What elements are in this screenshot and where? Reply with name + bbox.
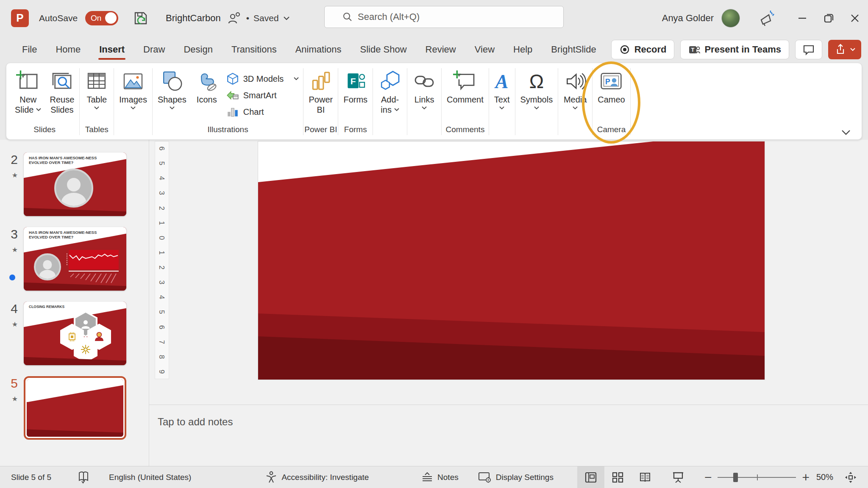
links-icon bbox=[412, 68, 436, 94]
slide-canvas[interactable] bbox=[258, 141, 765, 380]
zoom-slider-thumb[interactable] bbox=[733, 473, 738, 482]
display-settings-button[interactable]: Display Settings bbox=[478, 471, 554, 483]
document-title[interactable]: BrightCarbon bbox=[166, 13, 221, 24]
record-button[interactable]: Record bbox=[611, 40, 675, 59]
zoom-level[interactable]: 50% bbox=[816, 472, 838, 482]
share-icon bbox=[834, 43, 847, 56]
powerpoint-logo-icon[interactable]: P bbox=[11, 9, 29, 27]
group-divider bbox=[489, 68, 489, 135]
restore-button[interactable] bbox=[815, 0, 842, 36]
user-name[interactable]: Anya Golder bbox=[662, 13, 714, 24]
links-button[interactable]: Links bbox=[408, 67, 440, 111]
slide-thumbnail-2[interactable]: HAS IRON MAN'S AWESOME-NESS EVOLVED OVER… bbox=[24, 152, 126, 216]
table-button[interactable]: Table bbox=[81, 67, 113, 111]
power-bi-button[interactable]: Power BI bbox=[305, 67, 337, 116]
accessibility-status[interactable]: Accessibility: Investigate bbox=[265, 471, 369, 484]
smartart-button[interactable]: SmartArt bbox=[226, 89, 299, 102]
autosave-toggle[interactable]: On bbox=[85, 11, 118, 25]
notes-toggle-button[interactable]: Notes bbox=[421, 472, 459, 483]
tab-brightslide[interactable]: BrightSlide bbox=[542, 36, 605, 63]
comments-pane-button[interactable] bbox=[795, 40, 822, 59]
slideshow-button[interactable] bbox=[665, 466, 692, 488]
collapse-ribbon-chevron-icon[interactable] bbox=[841, 130, 851, 135]
normal-view-button[interactable] bbox=[577, 466, 604, 488]
reading-view-button[interactable] bbox=[632, 466, 659, 488]
text-button[interactable]: A Text bbox=[490, 67, 514, 111]
media-button[interactable]: Media bbox=[559, 67, 591, 111]
comment-button[interactable]: Comment bbox=[442, 67, 488, 106]
zoom-out-button[interactable]: − bbox=[704, 471, 712, 484]
tab-help[interactable]: Help bbox=[504, 36, 542, 63]
symbols-button[interactable]: Ω Symbols bbox=[516, 67, 557, 111]
minimize-button[interactable] bbox=[789, 0, 815, 36]
zoom-slider[interactable] bbox=[718, 477, 796, 478]
images-button[interactable]: Images bbox=[115, 67, 151, 111]
slide-thumbnail-3[interactable]: HAS IRON MAN'S AWESOME-NESS EVOLVED OVER… bbox=[24, 227, 126, 291]
tab-insert[interactable]: Insert bbox=[90, 36, 134, 63]
ribbon-group-add-ins: Add- ins bbox=[374, 63, 406, 139]
shared-users-icon[interactable] bbox=[227, 12, 241, 25]
reuse-slides-button[interactable]: Reuse Slides bbox=[45, 67, 78, 116]
tab-draw[interactable]: Draw bbox=[134, 36, 174, 63]
fit-to-window-icon[interactable] bbox=[844, 471, 857, 484]
group-divider bbox=[152, 68, 153, 135]
slide-thumb-title: HAS IRON MAN'S AWESOME-NESS EVOLVED OVER… bbox=[29, 155, 99, 165]
save-status[interactable]: • Saved bbox=[246, 13, 290, 23]
zoom-in-button[interactable]: + bbox=[802, 471, 810, 484]
slide-indicator[interactable]: Slide 5 of 5 bbox=[11, 473, 51, 482]
button-label: Cameo bbox=[598, 95, 625, 104]
share-button[interactable] bbox=[828, 40, 861, 59]
slide-number: 4 bbox=[11, 302, 18, 316]
button-label: Slides bbox=[50, 105, 73, 115]
ribbon-group-text: A Text bbox=[490, 63, 514, 139]
save-icon[interactable] bbox=[133, 10, 149, 26]
chevron-down-icon bbox=[534, 106, 539, 110]
spell-check-icon[interactable] bbox=[78, 471, 89, 484]
tab-transitions[interactable]: Transitions bbox=[222, 36, 286, 63]
close-button[interactable] bbox=[842, 0, 868, 36]
add-ins-button[interactable]: Add- ins bbox=[374, 67, 406, 116]
tab-animations[interactable]: Animations bbox=[286, 36, 351, 63]
search-input[interactable]: Search (Alt+Q) bbox=[324, 6, 564, 28]
notes-panel[interactable]: Tap to add notes bbox=[149, 405, 868, 466]
new-slide-button[interactable]: New Slide bbox=[11, 67, 45, 116]
tab-home[interactable]: Home bbox=[46, 36, 90, 63]
cameo-button[interactable]: P Cameo bbox=[593, 67, 629, 106]
button-label: Shapes bbox=[158, 95, 186, 104]
group-divider bbox=[515, 68, 515, 135]
button-label: Add- bbox=[381, 95, 399, 104]
tab-file[interactable]: File bbox=[13, 36, 46, 63]
language-indicator[interactable]: English (United States) bbox=[109, 473, 191, 482]
group-label-tables: Tables bbox=[81, 125, 113, 139]
tab-review[interactable]: Review bbox=[416, 36, 465, 63]
chart-button[interactable]: Chart bbox=[226, 105, 299, 118]
tab-slide-show[interactable]: Slide Show bbox=[351, 36, 416, 63]
shapes-icon bbox=[160, 68, 184, 94]
slide-sorter-view-button[interactable] bbox=[604, 466, 632, 488]
accessibility-icon bbox=[265, 471, 277, 484]
button-label: SmartArt bbox=[243, 91, 277, 100]
slide-row-4: 4 ★ CLOSING REMARKS bbox=[0, 302, 149, 365]
chevron-down-icon bbox=[499, 106, 504, 110]
separator-dot: • bbox=[246, 13, 249, 23]
tab-view[interactable]: View bbox=[465, 36, 504, 63]
slide-thumbnail-5-selected[interactable] bbox=[24, 376, 126, 440]
icons-button[interactable]: Icons bbox=[191, 67, 223, 106]
user-avatar[interactable] bbox=[721, 9, 740, 28]
slide-thumb-title: CLOSING REMARKS bbox=[29, 305, 99, 309]
chevron-down-icon bbox=[94, 106, 99, 110]
button-label: Slide bbox=[15, 105, 33, 115]
megaphone-icon[interactable] bbox=[758, 9, 776, 28]
forms-button[interactable]: F Forms bbox=[339, 67, 372, 106]
group-label-text bbox=[490, 125, 514, 139]
group-label-camera: Camera bbox=[593, 125, 629, 139]
ribbon-group-forms: F Forms Forms bbox=[339, 63, 372, 139]
button-label: Forms bbox=[343, 95, 367, 104]
grid-view-icon bbox=[612, 472, 624, 483]
3d-models-button[interactable]: 3D Models bbox=[226, 72, 299, 85]
slide-thumbnail-4[interactable]: CLOSING REMARKS bbox=[24, 302, 126, 365]
present-in-teams-button[interactable]: T Present in Teams bbox=[680, 40, 789, 59]
images-icon bbox=[121, 68, 145, 94]
shapes-button[interactable]: Shapes bbox=[153, 67, 191, 111]
tab-design[interactable]: Design bbox=[174, 36, 222, 63]
